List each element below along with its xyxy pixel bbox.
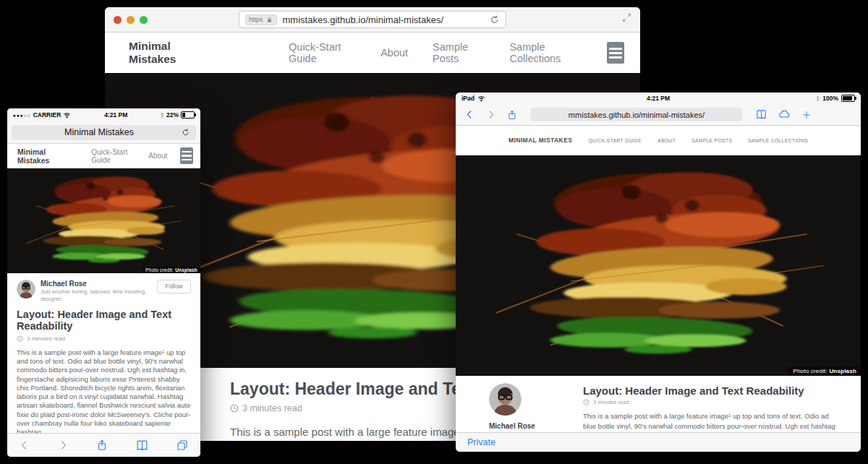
author-row: Michael Rose Just another boring, tattoo…: [17, 280, 191, 303]
carrier-label: CARRIER: [33, 111, 61, 119]
post-title: Layout: Header Image and Text Readabilit…: [583, 384, 843, 397]
safari-urlbar: Minimal Mistakes: [7, 121, 200, 144]
avatar: [489, 383, 522, 416]
clock-icon: [17, 335, 23, 342]
menu-toggle-button[interactable]: [607, 42, 624, 64]
site-brand-link[interactable]: MINIMAL MISTAKES: [509, 137, 572, 144]
safari-toolbar: mmistakes.github.io/minimal-mistakes/: [456, 104, 861, 126]
battery-percent: 22%: [166, 111, 179, 119]
ipad-status-bar: iPad 4:21 PM ᛒ 100%: [456, 93, 861, 104]
site-brand-link[interactable]: Minimal Mistakes: [129, 40, 203, 66]
lock-icon: [265, 16, 273, 24]
battery-percent: 100%: [822, 95, 838, 102]
nav-link-about[interactable]: ABOUT: [658, 138, 676, 143]
battery-icon: [181, 111, 195, 119]
tabs-icon[interactable]: [176, 439, 189, 452]
fullscreen-icon[interactable]: [622, 13, 631, 22]
nav-link-sample-posts[interactable]: SAMPLE POSTS: [692, 138, 732, 143]
back-button[interactable]: [19, 439, 30, 451]
bluetooth-icon: ᛒ: [161, 112, 164, 119]
private-button[interactable]: Private: [467, 437, 495, 447]
safari-bottom-toolbar: [7, 433, 200, 457]
bookmarks-icon[interactable]: [135, 439, 149, 452]
address-field[interactable]: mmistakes.github.io/minimal-mistakes/: [531, 108, 742, 121]
page-title: Minimal Mistakes: [17, 127, 181, 137]
nav-link-quick-start[interactable]: Quick-Start Guide: [289, 41, 356, 64]
nav-link-sample-collections[interactable]: Sample Collections: [509, 41, 582, 64]
post-meta: 3 minutes read: [17, 335, 191, 342]
address-field[interactable]: Minimal Mistakes: [12, 125, 196, 140]
feature-image-ipad: Photo credit: Unsplash: [456, 155, 861, 376]
clock-icon: [583, 399, 590, 405]
zoom-window-button[interactable]: [140, 16, 148, 24]
author-sidebar: Michael Rose Just another boring, tattoo…: [476, 383, 564, 432]
address-bar[interactable]: https mmistakes.github.io/minimal-mistak…: [239, 11, 506, 28]
site-brand-link[interactable]: Minimal Mistakes: [17, 147, 65, 165]
wifi-icon: [477, 95, 485, 102]
new-tab-icon[interactable]: [801, 110, 812, 120]
follow-button[interactable]: Follow: [157, 280, 191, 293]
post-title: Layout: Header Image and Text Readabilit…: [17, 309, 191, 332]
https-badge: https: [245, 14, 277, 25]
ipad-safari-window: iPad 4:21 PM ᛒ 100% mmistakes.github.io/…: [456, 93, 861, 452]
wifi-icon: [63, 111, 71, 119]
iphone-site-nav: Minimal Mistakes Quick-Start Guide About: [7, 144, 200, 168]
author-bio: Just another boring, tattooed, time trav…: [41, 288, 152, 303]
reload-icon[interactable]: [489, 14, 500, 25]
nav-link-quick-start[interactable]: Quick-Start Guide: [91, 148, 135, 164]
bluetooth-icon: ᛒ: [816, 95, 820, 102]
nav-link-sample-posts[interactable]: Sample Posts: [433, 41, 485, 64]
feature-image-iphone: Photo credit: Unsplash: [7, 168, 200, 273]
photo-credit: Photo credit: Unsplash: [142, 267, 200, 273]
forward-button[interactable]: [57, 439, 69, 451]
avatar: [17, 280, 35, 298]
post-paragraph: This is a sample post with a large featu…: [583, 411, 843, 432]
private-browsing-bar: Private: [456, 432, 861, 452]
nav-link-about[interactable]: About: [148, 152, 167, 160]
author-name: Michael Rose: [489, 422, 564, 430]
nav-link-sample-collections[interactable]: SAMPLE COLLECTIONS: [748, 138, 808, 143]
reload-icon[interactable]: [181, 128, 190, 137]
read-time: 3 minutes read: [242, 403, 302, 413]
read-time: 3 minutes read: [27, 335, 65, 342]
post-meta: 3 minutes read: [583, 399, 843, 405]
signal-dots-icon: ●●●○○: [13, 113, 31, 118]
clock-icon: [230, 404, 239, 413]
ipad-site-nav: MINIMAL MISTAKES QUICK-START GUIDE ABOUT…: [456, 126, 861, 155]
forward-button[interactable]: [485, 109, 496, 120]
window-controls: [114, 16, 148, 24]
status-time: 4:21 PM: [456, 95, 861, 102]
iphone-safari-window: ●●●○○ CARRIER 4:21 PM ᛒ 22% Minimal Mist…: [7, 108, 200, 457]
icloud-tabs-icon[interactable]: [778, 108, 791, 121]
post-body-column: Layout: Header Image and Text Readabilit…: [583, 383, 843, 432]
desktop-browser-chrome: https mmistakes.github.io/minimal-mistak…: [105, 7, 640, 33]
share-icon[interactable]: [506, 109, 518, 121]
close-window-button[interactable]: [114, 16, 122, 24]
url-text[interactable]: mmistakes.github.io/minimal-mistakes/: [283, 14, 485, 25]
device-mockup-canvas: https mmistakes.github.io/minimal-mistak…: [0, 0, 868, 464]
menu-toggle-button[interactable]: [180, 147, 193, 164]
iphone-status-bar: ●●●○○ CARRIER 4:21 PM ᛒ 22%: [7, 108, 200, 121]
share-icon[interactable]: [95, 439, 109, 452]
https-label: https: [249, 16, 263, 23]
nav-link-about[interactable]: About: [380, 47, 408, 59]
bookmarks-icon[interactable]: [755, 108, 767, 121]
iphone-post-content: Michael Rose Just another boring, tattoo…: [7, 273, 200, 433]
author-name: Michael Rose: [41, 280, 152, 288]
nav-link-quick-start[interactable]: QUICK-START GUIDE: [588, 138, 642, 143]
photo-credit: Photo credit: Unsplash: [788, 366, 861, 376]
ipad-post-content: Michael Rose Just another boring, tattoo…: [456, 376, 861, 432]
desktop-site-nav: Minimal Mistakes Quick-Start Guide About…: [105, 33, 640, 73]
read-time: 3 minutes read: [593, 399, 629, 405]
battery-icon: [841, 95, 855, 102]
back-button[interactable]: [464, 109, 475, 120]
post-paragraph: This is a sample post with a large featu…: [17, 348, 191, 433]
device-label: iPad: [461, 95, 475, 102]
status-time: 4:21 PM: [104, 111, 127, 119]
minimize-window-button[interactable]: [127, 16, 135, 24]
